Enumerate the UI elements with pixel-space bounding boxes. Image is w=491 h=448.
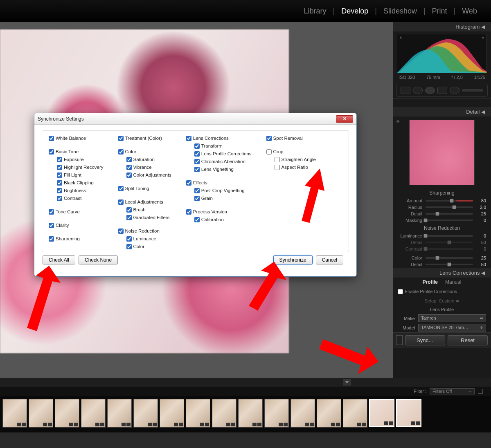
check-treatment[interactable]: Treatment (Color) bbox=[118, 135, 171, 142]
check-straighten-angle[interactable]: Straighten Angle bbox=[275, 156, 316, 163]
check-lens-corrections[interactable]: Lens Corrections bbox=[186, 135, 252, 142]
filmstrip-thumb[interactable] bbox=[291, 399, 315, 428]
check-spot-removal[interactable]: Spot Removal bbox=[266, 135, 316, 142]
check-nr-luminance[interactable]: Luminance bbox=[126, 235, 171, 242]
check-clarity[interactable]: Clarity bbox=[49, 222, 104, 229]
check-process-version[interactable]: Process Version bbox=[186, 208, 252, 215]
synchronize-button[interactable]: Synchronize bbox=[273, 255, 313, 264]
brush-tool-icon[interactable] bbox=[450, 87, 459, 94]
lens-make-select[interactable]: Tamron≑ bbox=[418, 314, 486, 322]
reset-button[interactable]: Reset bbox=[448, 335, 488, 345]
slider-nr-cdetail[interactable] bbox=[426, 264, 473, 265]
check-lens-vignetting[interactable]: Lens Vignetting bbox=[194, 166, 252, 173]
slider-masking[interactable] bbox=[426, 220, 473, 221]
detail-header[interactable]: Detail ◀ bbox=[393, 107, 491, 116]
check-transform[interactable]: Transform bbox=[194, 143, 252, 150]
check-sharpening[interactable]: Sharpening bbox=[49, 235, 104, 242]
nav-develop[interactable]: Develop bbox=[340, 7, 370, 16]
check-exposure[interactable]: Exposure bbox=[57, 156, 104, 163]
check-crop[interactable]: Crop bbox=[266, 148, 316, 155]
dialog-close-button[interactable]: ✕ bbox=[336, 115, 353, 123]
filmstrip-thumb[interactable] bbox=[264, 399, 289, 428]
check-graduated-filters[interactable]: Graduated Filters bbox=[126, 214, 171, 221]
slider-radius[interactable] bbox=[426, 206, 473, 208]
check-saturation[interactable]: Saturation bbox=[126, 156, 171, 163]
filmstrip-thumb[interactable] bbox=[29, 399, 53, 428]
slider-detail[interactable] bbox=[426, 213, 473, 215]
crop-tool-icon[interactable] bbox=[401, 87, 410, 94]
develop-right-panel: Histogram ◀ ▲ ▲ ISO 320 75 mm f / 2,8 bbox=[393, 22, 491, 378]
dialog-title: Synchronize Settings bbox=[38, 116, 84, 122]
check-aspect-ratio[interactable]: Aspect Ratio bbox=[275, 164, 316, 171]
check-fill-light[interactable]: Fill Light bbox=[57, 172, 104, 179]
filmstrip-thumb-selected[interactable] bbox=[396, 399, 421, 427]
filmstrip-thumb[interactable] bbox=[55, 399, 79, 428]
toolbar-menu-icon[interactable] bbox=[343, 379, 351, 385]
check-calibration[interactable]: Calibration bbox=[194, 216, 252, 223]
detail-target-icon[interactable]: ⊕ bbox=[396, 119, 400, 124]
check-nr-color[interactable]: Color bbox=[126, 243, 171, 250]
filter-lock-icon[interactable] bbox=[478, 389, 483, 394]
filmstrip-thumb[interactable] bbox=[133, 399, 158, 428]
check-all-button[interactable]: Check All bbox=[43, 255, 75, 264]
redeye-tool-icon[interactable] bbox=[425, 87, 435, 94]
slider-amount[interactable] bbox=[426, 200, 473, 202]
check-basic-tone[interactable]: Basic Tone bbox=[49, 148, 104, 155]
check-local-adjustments[interactable]: Local Adjustments bbox=[118, 199, 171, 206]
filmstrip-thumb-selected[interactable] bbox=[369, 399, 394, 427]
filmstrip-thumb[interactable] bbox=[317, 399, 341, 428]
check-grain[interactable]: Grain bbox=[194, 195, 252, 202]
check-black-clipping[interactable]: Black Clipping bbox=[57, 179, 104, 186]
filmstrip-thumb[interactable] bbox=[160, 399, 184, 428]
noise-title: Noise Reduction bbox=[393, 224, 491, 233]
check-color-adjustments[interactable]: Color Adjustments bbox=[126, 172, 171, 179]
filter-select[interactable]: Filters Off≑ bbox=[430, 388, 475, 394]
nav-web[interactable]: Web bbox=[460, 7, 479, 16]
filmstrip-thumb[interactable] bbox=[2, 399, 27, 428]
check-vibrance[interactable]: Vibrance bbox=[126, 164, 171, 171]
filmstrip-thumb[interactable] bbox=[212, 399, 236, 428]
slider-nr-contrast[interactable] bbox=[426, 248, 473, 250]
check-split-toning[interactable]: Split Toning bbox=[118, 185, 171, 192]
module-picker: Library| Develop| Slideshow| Print| Web bbox=[0, 0, 491, 22]
check-tone-curve[interactable]: Tone Curve bbox=[49, 208, 104, 215]
check-lens-profile-corrections[interactable]: Lens Profile Corrections bbox=[194, 150, 252, 157]
lens-model-select[interactable]: TAMRON SP 28-75m…≑ bbox=[418, 324, 486, 332]
nav-slideshow[interactable]: Slideshow bbox=[382, 7, 419, 16]
cancel-button[interactable]: Cancel bbox=[316, 255, 343, 264]
check-post-crop-vignetting[interactable]: Post-Crop Vignetting bbox=[194, 187, 252, 194]
sync-switch-icon[interactable] bbox=[396, 335, 403, 345]
filmstrip-thumb[interactable] bbox=[81, 399, 106, 428]
histogram[interactable]: ▲ ▲ bbox=[397, 34, 487, 73]
check-noise-reduction[interactable]: Noise Reduction bbox=[118, 228, 171, 235]
filmstrip-thumb[interactable] bbox=[186, 399, 210, 428]
check-brush[interactable]: Brush bbox=[126, 206, 171, 213]
check-color[interactable]: Color bbox=[118, 148, 171, 155]
sharpening-title: Sharpening bbox=[393, 188, 491, 197]
histogram-header[interactable]: Histogram ◀ bbox=[393, 22, 491, 31]
spot-tool-icon[interactable] bbox=[413, 87, 423, 94]
check-chromatic-aberration[interactable]: Chromatic Aberration bbox=[194, 158, 252, 165]
check-contrast[interactable]: Contrast bbox=[57, 195, 104, 202]
slider-nr-detail[interactable] bbox=[426, 242, 473, 243]
filmstrip-thumb[interactable] bbox=[107, 399, 132, 428]
slider-luminance[interactable] bbox=[426, 235, 473, 237]
check-highlight-recovery[interactable]: Highlight Recovery bbox=[57, 164, 104, 171]
detail-preview[interactable] bbox=[409, 120, 475, 185]
sync-button[interactable]: Sync… bbox=[405, 335, 445, 345]
tool-slider[interactable] bbox=[462, 89, 483, 92]
lens-tab-profile[interactable]: Profile bbox=[423, 279, 438, 285]
check-brightness[interactable]: Brightness bbox=[57, 187, 104, 194]
lens-header[interactable]: Lens Corrections ◀ bbox=[393, 268, 491, 278]
grad-tool-icon[interactable] bbox=[437, 87, 447, 94]
filmstrip-thumb[interactable] bbox=[343, 399, 367, 428]
check-none-button[interactable]: Check None bbox=[79, 255, 118, 264]
nav-print[interactable]: Print bbox=[430, 7, 449, 16]
enable-profile-corrections[interactable]: Enable Profile Corrections bbox=[398, 288, 486, 295]
check-white-balance[interactable]: White Balance bbox=[49, 135, 104, 142]
lens-tab-manual[interactable]: Manual bbox=[445, 279, 461, 285]
nav-library[interactable]: Library bbox=[302, 7, 328, 16]
filmstrip-thumb[interactable] bbox=[238, 399, 263, 428]
slider-nr-color[interactable] bbox=[426, 257, 473, 259]
check-effects[interactable]: Effects bbox=[186, 179, 252, 186]
